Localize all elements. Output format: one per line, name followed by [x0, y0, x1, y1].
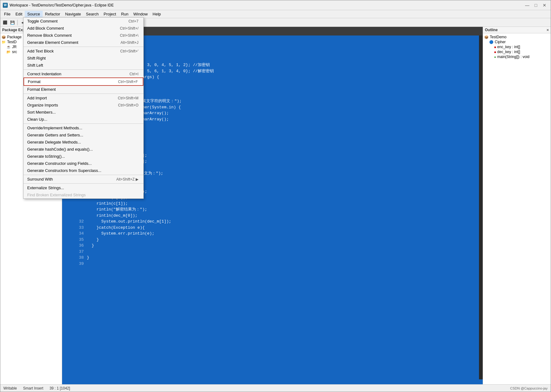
menu-search[interactable]: Search [83, 11, 101, 17]
generate-element-comment-shortcut: Alt+Shift+J [121, 40, 138, 45]
menu-remove-block-comment[interactable]: Remove Block Comment Ctrl+Shift+\ [23, 32, 143, 39]
menu-sep-1 [23, 47, 143, 47]
correct-indentation-label: Correct Indentation [27, 72, 61, 76]
tree-testdemo-icon: 📁 [2, 40, 6, 44]
menu-generate-delegate[interactable]: Generate Delegate Methods... [23, 139, 143, 146]
menu-run[interactable]: Run [119, 11, 131, 17]
menu-generate-constructors-superclass[interactable]: Generate Constructors from Superclass... [23, 167, 143, 174]
outline-dec-key[interactable]: ■ dec_key : int[] [484, 49, 549, 54]
status-writable: Writable [3, 386, 17, 390]
menu-navigate[interactable]: Navigate [63, 11, 83, 17]
organize-imports-label: Organize Imports [27, 103, 58, 107]
menu-sep-2 [23, 69, 143, 70]
toolbar-new[interactable]: ⬛ [2, 19, 8, 26]
menu-project[interactable]: Project [101, 11, 118, 17]
menu-toggle-comment[interactable]: Toggle Comment Ctrl+7 [23, 18, 143, 25]
tree-package-label: Package [7, 35, 22, 39]
menu-override-implement[interactable]: Override/Implement Methods... [23, 124, 143, 131]
menu-sep-3 [23, 94, 143, 94]
toggle-comment-label: Toggle Comment [27, 19, 57, 23]
outline-tree: 📦 TestDemo 🔵 Cipher ■ enc_key : int[] ■ … [483, 33, 551, 384]
menu-generate-hashcode-equals[interactable]: Generate hashCode() and equals()... [23, 146, 143, 153]
outline-close-icon[interactable]: ✕ [546, 28, 549, 32]
tree-src-icon: 📂 [6, 50, 11, 54]
add-import-shortcut: Ctrl+Shift+M [118, 96, 138, 100]
close-button[interactable]: ✕ [541, 2, 548, 9]
sort-members-label: Sort Members... [27, 110, 56, 115]
menu-sep-5 [23, 175, 143, 175]
add-block-comment-shortcut: Ctrl+Shift+/ [120, 26, 138, 31]
title-bar-buttons: — □ ✕ [523, 2, 548, 9]
menu-externalize-strings[interactable]: Externalize Strings... [23, 184, 143, 191]
minimize-button[interactable]: — [523, 2, 531, 9]
generate-element-comment-label: Generate Element Comment [27, 40, 78, 45]
outline-field-icon-2: ■ [494, 50, 496, 54]
format-shortcut: Ctrl+Shift+F [118, 80, 138, 84]
menu-shift-left[interactable]: Shift Left [23, 62, 143, 69]
generate-constructors-superclass-label: Generate Constructors from Superclass... [27, 168, 101, 173]
menu-edit[interactable]: Edit [13, 11, 25, 17]
externalize-strings-label: Externalize Strings... [27, 186, 64, 190]
menu-file[interactable]: File [2, 11, 13, 17]
outline-method-icon: ● [494, 55, 496, 59]
correct-indentation-shortcut: Ctrl+I [129, 72, 138, 76]
tree-src-label: src [12, 50, 17, 54]
outline-field-icon-1: ■ [494, 45, 496, 49]
remove-block-comment-label: Remove Block Comment [27, 33, 72, 38]
menu-source[interactable]: Source [25, 11, 42, 17]
find-broken-strings-label: Find Broken Externalized Strings [27, 193, 86, 197]
clean-up-label: Clean Up... [27, 117, 47, 122]
menu-add-text-block[interactable]: Add Text Block Ctrl+Shift+' [23, 48, 143, 55]
generate-tostring-label: Generate toString()... [27, 154, 65, 159]
outline-main-label: main(String[]) : void [497, 55, 529, 59]
menu-generate-tostring[interactable]: Generate toString()... [23, 153, 143, 160]
add-text-block-label: Add Text Block [27, 49, 54, 53]
add-import-label: Add Import [27, 96, 47, 100]
generate-delegate-label: Generate Delegate Methods... [27, 140, 81, 144]
shift-left-label: Shift Left [27, 63, 43, 68]
menu-sep-6 [23, 183, 143, 184]
menu-shift-right[interactable]: Shift Right [23, 55, 143, 62]
outline-enc-key[interactable]: ■ enc_key : int[] [484, 44, 549, 49]
menu-add-import[interactable]: Add Import Ctrl+Shift+M [23, 94, 143, 102]
menu-format-element[interactable]: Format Element [23, 86, 143, 93]
toolbar-save[interactable]: 💾 [9, 19, 16, 26]
outline-testdemo[interactable]: 📦 TestDemo [484, 35, 549, 40]
source-menu[interactable]: Toggle Comment Ctrl+7 Add Block Comment … [23, 17, 144, 199]
organize-imports-shortcut: Ctrl+Shift+O [118, 103, 138, 107]
outline-title: Outline [485, 28, 498, 32]
menu-correct-indentation[interactable]: Correct Indentation Ctrl+I [23, 70, 143, 77]
status-bar: Writable Smart Insert 39 : 1 [1042] CSDN… [0, 384, 551, 392]
menu-add-block-comment[interactable]: Add Block Comment Ctrl+Shift+/ [23, 25, 143, 32]
menu-window[interactable]: Window [131, 11, 150, 17]
editor-scrollbar[interactable] [479, 35, 483, 379]
menu-generate-getters-setters[interactable]: Generate Getters and Setters... [23, 131, 143, 139]
outline-cipher-label: Cipher [495, 40, 506, 44]
menu-refactor[interactable]: Refactor [43, 11, 63, 17]
menu-clean-up[interactable]: Clean Up... [23, 116, 143, 123]
app-icon: W [3, 3, 8, 8]
menu-organize-imports[interactable]: Organize Imports Ctrl+Shift+O [23, 102, 143, 109]
outline-dec-key-label: dec_key : int[] [497, 50, 520, 54]
right-panel: Outline ✕ 📦 TestDemo 🔵 Cipher ■ enc_key … [483, 27, 551, 384]
menu-sort-members[interactable]: Sort Members... [23, 109, 143, 116]
menu-generate-constructor-fields[interactable]: Generate Constructor using Fields... [23, 160, 143, 167]
add-text-block-shortcut: Ctrl+Shift+' [120, 49, 138, 53]
add-block-comment-label: Add Block Comment [27, 26, 64, 31]
status-insert-mode: Smart Insert [23, 386, 43, 390]
generate-getters-setters-label: Generate Getters and Setters... [27, 133, 83, 137]
menu-sep-4 [23, 123, 143, 124]
tree-jr-icon: ☕ [6, 45, 11, 49]
toggle-comment-shortcut: Ctrl+7 [129, 19, 138, 23]
menu-format[interactable]: Format Ctrl+Shift+F [23, 77, 143, 86]
menu-surround-with[interactable]: Surround With Alt+Shift+Z ▶ [23, 176, 143, 183]
surround-with-label: Surround With [27, 177, 53, 181]
outline-cipher[interactable]: 🔵 Cipher [484, 40, 549, 44]
menu-help[interactable]: Help [150, 11, 163, 17]
maximize-button[interactable]: □ [532, 2, 540, 9]
title-bar: W Workspace - TestDemo/src/TestDemo/Ciph… [0, 0, 551, 10]
toolbar-sep-1 [17, 20, 18, 25]
outline-testdemo-label: TestDemo [490, 35, 506, 39]
menu-generate-element-comment[interactable]: Generate Element Comment Alt+Shift+J [23, 39, 143, 46]
outline-main[interactable]: ● main(String[]) : void [484, 54, 549, 59]
